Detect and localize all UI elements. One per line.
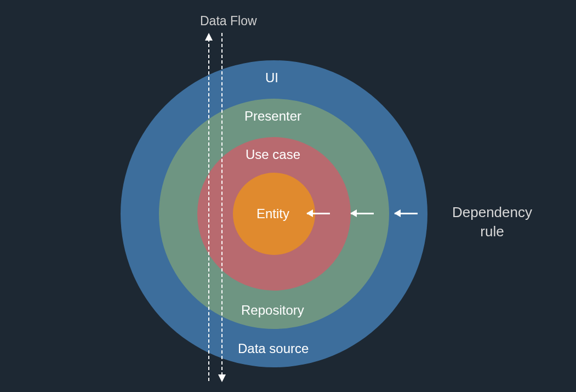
- label-repository: Repository: [241, 303, 304, 318]
- label-data-flow: Data Flow: [200, 14, 257, 29]
- label-entity: Entity: [256, 206, 289, 221]
- label-dependency-line1: Dependency: [452, 203, 532, 222]
- label-usecase: Use case: [246, 147, 300, 162]
- label-presenter: Presenter: [244, 109, 301, 124]
- dependency-arrow-3-icon: [395, 213, 418, 214]
- label-ui: UI: [265, 70, 278, 86]
- data-flow-line-down: [221, 33, 223, 376]
- data-flow-line-up: [208, 38, 209, 381]
- arrow-down-icon: [218, 374, 226, 382]
- label-dependency-line2: rule: [452, 222, 532, 241]
- label-dependency-rule: Dependency rule: [452, 203, 532, 241]
- dependency-arrow-2-icon: [351, 213, 374, 214]
- arrow-up-icon: [205, 33, 213, 41]
- label-datasource: Data source: [238, 341, 309, 356]
- architecture-diagram: UI Presenter Use case Entity Repository …: [0, 0, 576, 392]
- dependency-arrow-1-icon: [307, 213, 330, 214]
